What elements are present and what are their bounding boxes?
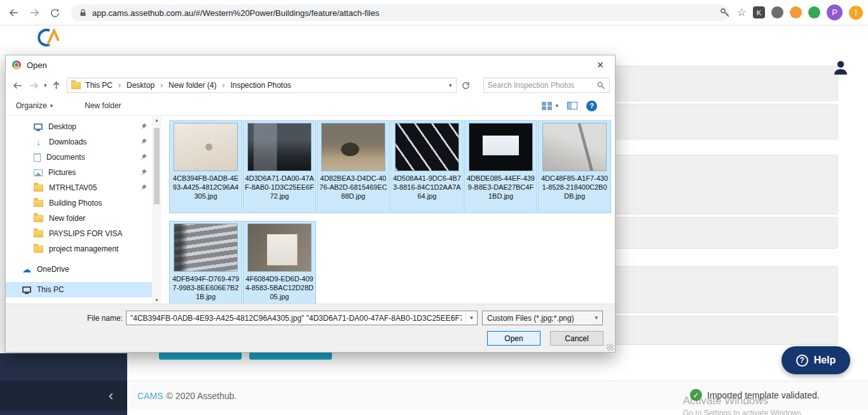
onedrive-cloud-icon	[22, 265, 31, 274]
browser-back-icon[interactable]	[6, 5, 22, 20]
browser-alert-icon[interactable]	[849, 6, 863, 20]
footer-brand[interactable]: CAMS	[137, 391, 163, 401]
profile-avatar[interactable]: P	[827, 4, 843, 20]
pin-icon	[141, 138, 148, 145]
file-tile[interactable]: 4D3D6A71-DA00-47AF-8AB0-1D3C25EE6F72.jpg	[243, 120, 316, 213]
sidebar-item-downloads[interactable]: Downloads	[6, 134, 162, 150]
extension-green-icon[interactable]	[808, 6, 820, 18]
pin-icon	[141, 123, 148, 130]
key-icon[interactable]	[719, 7, 731, 18]
nav-up-icon[interactable]	[49, 78, 63, 92]
sidebar-item-onedrive[interactable]: OneDrive	[6, 262, 162, 277]
file-type-select[interactable]: Custom Files (*.jpg;*.png)	[482, 311, 603, 325]
app-header: C A M S	[0, 26, 868, 58]
view-controls	[542, 101, 597, 111]
search-input[interactable]	[488, 81, 596, 90]
new-folder-label: New folder	[85, 101, 121, 110]
sidebar-item-mtrhltav05[interactable]: MTRHLTAV05	[6, 180, 162, 195]
file-name-input[interactable]	[127, 314, 465, 323]
sidebar-item-project-management[interactable]: project management	[6, 241, 162, 257]
search-box[interactable]	[483, 78, 610, 93]
breadcrumb-new-folder-4[interactable]: New folder (4)	[165, 81, 219, 90]
close-icon[interactable]	[592, 58, 609, 72]
nav-forward-icon[interactable]	[27, 78, 41, 92]
file-name-combo[interactable]	[126, 311, 478, 325]
view-mode-caret-icon	[555, 103, 558, 109]
file-thumbnail	[174, 223, 238, 272]
file-name-dropdown-icon[interactable]	[465, 311, 477, 325]
open-button[interactable]: Open	[487, 331, 541, 346]
breadcrumb-inspection-photos[interactable]: Inspection Photos	[227, 81, 294, 90]
bookmark-star-icon[interactable]	[737, 6, 747, 19]
folder-icon	[34, 200, 43, 207]
sidebar-item-label: This PC	[37, 285, 64, 294]
sidebar-item-building-photos[interactable]: Building Photos	[6, 195, 162, 211]
file-thumbnail	[247, 123, 312, 171]
scroll-down-icon[interactable]	[155, 298, 159, 302]
refresh-icon[interactable]	[459, 78, 473, 92]
sidebar-item-payslips[interactable]: PAYSLIPS FOR VISA	[6, 226, 162, 241]
file-name-label: File name:	[87, 314, 123, 323]
activate-windows-hint: Go to Settings to activate Windows.	[683, 409, 803, 415]
nav-back-icon[interactable]	[11, 78, 25, 92]
scroll-up-icon[interactable]	[155, 118, 159, 122]
extension-orange-icon[interactable]	[790, 6, 802, 18]
file-tile[interactable]: 4D82BEA3-D4DC-4076-AB2D-6815469EC88D.jpg	[317, 120, 390, 213]
sidebar-item-documents[interactable]: Documents	[6, 150, 162, 165]
file-name: 4D508A41-9DC6-4B73-8816-84C1D2AA7A64.jpg	[392, 174, 462, 200]
extension-k-icon[interactable]: K	[753, 6, 765, 18]
file-tile[interactable]: 4DC48F85-A1F7-4301-8528-218400C2B0DB.jpg	[538, 120, 611, 213]
desktop-icon	[34, 123, 43, 130]
dialog-titlebar[interactable]: Open	[6, 55, 615, 74]
sidebar-item-label: Building Photos	[49, 199, 102, 208]
file-thumbnail	[247, 223, 312, 272]
view-mode-button[interactable]	[542, 102, 558, 110]
lock-icon	[79, 8, 87, 17]
folder-icon	[34, 246, 43, 253]
help-button[interactable]: Help	[782, 346, 850, 374]
file-name: 4DBDE085-44EF-4399-B8E3-DAE27BC4F1BD.jpg	[466, 174, 535, 200]
account-icon[interactable]	[831, 58, 850, 77]
scrollbar-thumb[interactable]	[154, 128, 160, 204]
file-thumbnail	[395, 123, 459, 171]
dialog-sidebar: Desktop Downloads Documents Pictures	[6, 116, 162, 304]
sidebar-item-label: Documents	[46, 153, 85, 162]
sidebar-item-this-pc[interactable]: This PC	[6, 282, 162, 297]
breadcrumb-this-pc[interactable]: This PC	[82, 81, 116, 90]
cancel-button[interactable]: Cancel	[550, 331, 603, 346]
sidebar-item-label: OneDrive	[37, 265, 69, 274]
file-tile[interactable]: 4DBDE085-44EF-4399-B8E3-DAE27BC4F1BD.jpg	[464, 120, 537, 213]
breadcrumb-desktop[interactable]: Desktop	[123, 81, 158, 90]
new-folder-button[interactable]: New folder	[85, 101, 121, 110]
sidebar-item-label: Downloads	[49, 137, 86, 146]
browser-forward-icon[interactable]	[27, 5, 42, 20]
app-root: app.cams.assethub.com.au/#/Western%20Pow…	[0, 0, 868, 415]
file-grid: 4CB394FB-0ADB-4E93-A425-4812C96A4305.jpg…	[162, 116, 615, 304]
browser-refresh-icon[interactable]	[47, 5, 62, 20]
help-label: Help	[814, 355, 836, 366]
sidebar-scrollbar[interactable]	[152, 116, 162, 304]
file-tile[interactable]: 4F6084D9-ED6D-4094-8583-5BAC12D28D05.jpg	[243, 221, 316, 304]
folder-icon	[34, 230, 43, 237]
browser-actions: K P	[719, 4, 863, 20]
address-bar[interactable]: app.cams.assethub.com.au/#/Western%20Pow…	[71, 4, 729, 21]
organize-button[interactable]: Organize	[16, 101, 53, 110]
dialog-help-icon[interactable]	[586, 101, 597, 111]
search-icon	[596, 81, 605, 90]
preview-pane-icon[interactable]	[567, 102, 577, 109]
sidebar-item-new-folder[interactable]: New folder	[6, 211, 162, 226]
file-tile[interactable]: 4DFB494F-D769-4797-9983-8EE606E7B21B.jpg	[169, 221, 242, 304]
nav-history-caret-icon[interactable]	[44, 83, 47, 88]
sidebar-collapse[interactable]	[0, 381, 127, 411]
extension-gray-icon[interactable]	[771, 6, 783, 18]
file-name: 4D3D6A71-DA00-47AF-8AB0-1D3C25EE6F72.jpg	[245, 174, 314, 200]
cams-logo	[33, 29, 66, 46]
sidebar-item-pictures[interactable]: Pictures	[6, 165, 162, 180]
resize-grip[interactable]	[607, 344, 614, 351]
breadcrumb[interactable]: This PC Desktop New folder (4) Inspectio…	[67, 78, 456, 93]
file-tile[interactable]: 4D508A41-9DC6-4B73-8816-84C1D2AA7A64.jpg	[390, 120, 464, 213]
file-tile[interactable]: 4CB394FB-0ADB-4E93-A425-4812C96A4305.jpg	[169, 120, 242, 213]
breadcrumb-separator-icon	[117, 81, 122, 90]
breadcrumb-caret-icon[interactable]	[449, 83, 452, 88]
sidebar-item-desktop[interactable]: Desktop	[6, 119, 162, 134]
